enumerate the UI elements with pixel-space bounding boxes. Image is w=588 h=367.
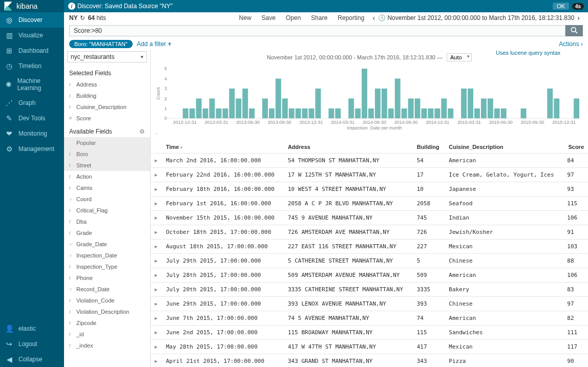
field-inspection_type[interactable]: tInspection_Type [64,261,150,272]
col-time[interactable]: Time [162,141,284,154]
index-pattern-select[interactable]: nyc_restaurants▾ [67,51,147,62]
menu-new[interactable]: New [239,14,251,21]
col-building[interactable]: Building [413,141,445,154]
collapse-chart-icon[interactable]: ˆ [151,131,588,141]
field-camis[interactable]: tCamis [64,182,150,193]
table-row[interactable]: ▸August 18th 2015, 17:00:00.000227 EAST … [151,240,588,254]
table-row[interactable]: ▸June 2nd 2015, 17:00:00.000115 BROADWAY… [151,326,588,340]
field-boro[interactable]: tBoro [64,148,150,160]
table-row[interactable]: ▸May 28th 2015, 17:00:00.000417 W 47TH S… [151,340,588,354]
ok-button[interactable]: OK [553,3,569,10]
nav-item-collapse[interactable]: ◀Collapse [0,352,64,367]
field-violation_code[interactable]: tViolation_Code [64,295,150,306]
field-address[interactable]: tAddress [64,79,150,90]
table-row[interactable]: ▸June 29th 2015, 17:00:00.000393 LENOX A… [151,297,588,311]
field-type-icon: t [69,174,76,179]
time-next-icon[interactable]: › [574,14,583,22]
refresh-icon[interactable]: ↻ [80,14,85,21]
field-cuisine_description[interactable]: tCuisine_Description [64,101,150,113]
field-dba[interactable]: tDba [64,216,150,227]
menu-reporting[interactable]: Reporting [338,14,364,21]
table-row[interactable]: ▸March 2nd 2016, 16:00:00.00054 THOMPSON… [151,154,588,168]
svg-text:5: 5 [164,67,167,71]
query-input[interactable] [69,25,565,36]
nav-item-logout[interactable]: ↪Logout [0,336,64,352]
svg-rect-26 [302,109,308,118]
expand-icon[interactable]: ▸ [151,297,162,311]
nav-item-management[interactable]: ⚙Management [0,141,64,157]
table-row[interactable]: ▸April 21st 2015, 17:00:00.000343 GRAND … [151,354,588,368]
expand-icon[interactable]: ▸ [151,211,162,225]
col-address[interactable]: Address [284,141,413,154]
expand-icon[interactable]: ▸ [151,197,162,211]
col-score[interactable]: Score [563,141,588,154]
svg-rect-42 [422,109,427,118]
datasource-name[interactable]: NY [69,14,78,21]
menu-save[interactable]: Save [262,14,276,21]
field-_index[interactable]: t_index [64,340,150,351]
nav-item-monitoring[interactable]: ❤Monitoring [0,126,64,141]
field-grade[interactable]: tGrade [64,227,150,239]
field-phone[interactable]: tPhone [64,272,150,284]
field-score[interactable]: #Score [64,113,150,124]
field-building[interactable]: tBuilding [64,90,150,101]
field-critical_flag[interactable]: tCritical_Flag [64,205,150,216]
menu-share[interactable]: Share [311,14,327,21]
available-fields-header: Available Fields ⚙ [64,124,150,137]
menu-open[interactable]: Open [286,14,301,21]
cell-score: 83 [563,283,588,297]
table-row[interactable]: ▸July 29th 2015, 17:00:00.0005 CATHERINE… [151,254,588,268]
table-row[interactable]: ▸February 22nd 2016, 16:00:00.00017 W 12… [151,168,588,182]
table-row[interactable]: ▸February 18th 2016, 16:00:00.00010 WEST… [151,182,588,197]
col-cuisine_description[interactable]: Cuisine_Description [445,141,563,154]
expand-icon[interactable]: ▸ [151,283,162,297]
field-action[interactable]: tAction [64,171,150,182]
field-street[interactable]: tStreet [64,160,150,171]
table-row[interactable]: ▸October 18th 2015, 17:00:00.000726 AMST… [151,225,588,240]
nav-item-machine-learning[interactable]: ✺Machine Learning [0,74,64,95]
time-prev-icon[interactable]: ‹ [369,14,378,22]
field-inspection_date[interactable]: ○Inspection_Date [64,250,150,261]
histogram-chart[interactable]: 012345Count2012-12-312013-03-312013-06-3… [151,64,588,131]
nav-item-visualize[interactable]: ▥Visualize [0,28,64,43]
time-picker[interactable]: 🕓 November 1st 2012, 00:00:00.000 to Mar… [378,14,574,21]
refresh-badge[interactable]: 4s [572,3,584,10]
expand-icon[interactable]: ▸ [151,326,162,340]
add-filter-link[interactable]: Add a filter + [137,40,172,48]
field-_id[interactable]: t_id [64,329,150,340]
table-row[interactable]: ▸November 15th 2015, 16:00:00.000745 9 A… [151,211,588,225]
expand-icon[interactable]: ▸ [151,354,162,368]
field-type-icon: t [69,208,76,213]
field-record_date[interactable]: ○Record_Date [64,284,150,295]
filter-pill[interactable]: Boro: "MANHATTAN" [69,40,133,48]
nav-item-graph[interactable]: ⋰Graph [0,95,64,111]
table-row[interactable]: ▸July 20th 2015, 17:00:00.0003335 CATHER… [151,283,588,297]
interval-select[interactable]: Auto [447,53,472,61]
expand-icon[interactable]: ▸ [151,154,162,168]
expand-icon[interactable]: ▸ [151,240,162,254]
expand-icon[interactable]: ▸ [151,168,162,182]
expand-icon[interactable]: ▸ [151,340,162,354]
logo[interactable]: kibana [0,0,64,12]
filter-actions-link[interactable]: Actions › [559,40,583,48]
expand-icon[interactable]: ▸ [151,182,162,197]
expand-icon[interactable]: ▸ [151,311,162,326]
field-type-icon: t [69,152,76,157]
field-grade_date[interactable]: ○Grade_Date [64,239,150,250]
field-coord[interactable]: ○Coord [64,193,150,205]
expand-icon[interactable]: ▸ [151,254,162,268]
field-zipcode[interactable]: tZipcode [64,317,150,329]
expand-icon[interactable]: ▸ [151,225,162,240]
gear-icon[interactable]: ⚙ [139,128,145,135]
field-violation_description[interactable]: tViolation_Description [64,306,150,317]
search-button[interactable] [565,25,583,36]
table-row[interactable]: ▸February 1st 2016, 16:00:00.0002058 A C… [151,197,588,211]
nav-item-dashboard[interactable]: ⊞Dashboard [0,43,64,58]
nav-item-elastic[interactable]: 👤elastic [0,321,64,336]
nav-item-discover[interactable]: ◎Discover [0,12,64,28]
expand-icon[interactable]: ▸ [151,268,162,283]
nav-item-dev-tools[interactable]: ✎Dev Tools [0,111,64,126]
table-row[interactable]: ▸July 28th 2015, 17:00:00.000509 AMSTERD… [151,268,588,283]
table-row[interactable]: ▸June 7th 2015, 17:00:00.00074 5 AVENUE … [151,311,588,326]
nav-item-timelion[interactable]: ◷Timelion [0,58,64,74]
